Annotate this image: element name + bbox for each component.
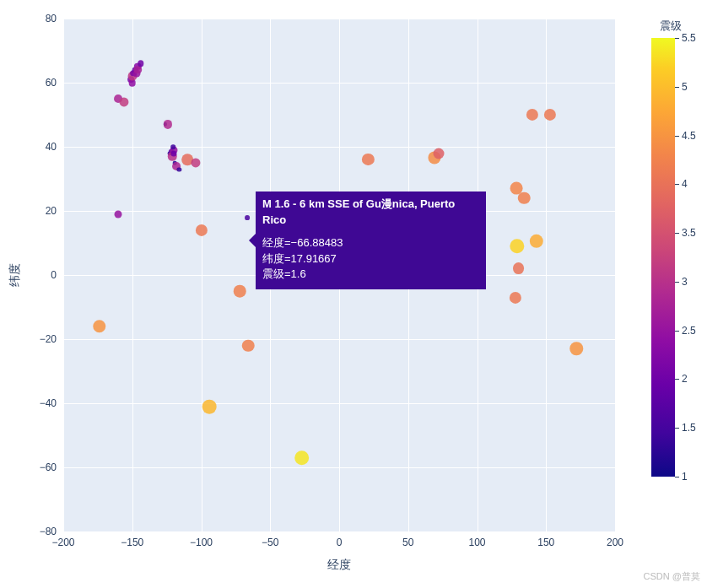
y-tick: 80 — [46, 13, 57, 24]
data-point[interactable] — [544, 109, 556, 121]
tooltip-arrow-icon — [249, 234, 256, 247]
y-tick: 60 — [46, 77, 57, 89]
x-tick: 50 — [402, 537, 413, 548]
data-point[interactable] — [510, 291, 521, 303]
x-axis-label: 经度 — [63, 558, 615, 573]
data-point[interactable] — [138, 60, 143, 66]
tooltip-title: M 1.6 - 6 km SSE of Gu漫nica, Puerto Rico — [262, 197, 479, 229]
x-tick: 150 — [537, 537, 554, 548]
y-tick: −40 — [40, 397, 57, 409]
data-point[interactable] — [234, 285, 246, 298]
y-axis-label: 纬度 — [7, 19, 24, 531]
x-tick: −50 — [262, 537, 278, 548]
colorbar[interactable] — [651, 38, 675, 477]
data-point[interactable] — [433, 148, 444, 159]
data-point[interactable] — [530, 235, 543, 248]
gridline-horizontal — [63, 531, 615, 532]
colorbar-tick: 2 — [682, 373, 707, 385]
colorbar-title: 震级 — [660, 19, 682, 34]
data-point[interactable] — [510, 239, 524, 253]
colorbar-tick: 3.5 — [682, 227, 707, 239]
data-point[interactable] — [191, 158, 200, 167]
data-point[interactable] — [195, 224, 207, 236]
y-tick: 0 — [51, 269, 57, 281]
data-point[interactable] — [119, 97, 128, 106]
tooltip-lon: 经度=−66.88483 — [262, 235, 479, 251]
colorbar-tick: 2.5 — [682, 325, 707, 337]
data-point[interactable] — [115, 210, 122, 218]
gridline-horizontal — [63, 83, 615, 84]
data-point[interactable] — [170, 144, 175, 149]
colorbar-tick: 5.5 — [682, 32, 707, 44]
gridline-horizontal — [63, 403, 615, 404]
colorbar-tick: 3 — [682, 276, 707, 288]
colorbar-tick: 5 — [682, 81, 707, 93]
data-point[interactable] — [133, 66, 142, 74]
gridline-horizontal — [63, 19, 615, 19]
tooltip-mag: 震级=1.6 — [262, 267, 479, 283]
data-point[interactable] — [177, 167, 181, 171]
data-point[interactable] — [202, 399, 217, 413]
x-tick: −100 — [190, 537, 213, 548]
data-point[interactable] — [294, 450, 310, 466]
data-point[interactable] — [526, 109, 538, 121]
gridline-vertical — [615, 19, 616, 531]
x-tick: −200 — [51, 537, 74, 548]
y-tick: 40 — [46, 141, 57, 153]
hover-tooltip: M 1.6 - 6 km SSE of Gu漫nica, Puerto Rico… — [256, 192, 486, 289]
data-point[interactable] — [362, 154, 374, 165]
x-tick: 200 — [607, 537, 623, 548]
gridline-horizontal — [63, 147, 615, 148]
data-point[interactable] — [569, 343, 582, 355]
colorbar-tick: 1 — [682, 471, 707, 483]
y-tick: −80 — [40, 526, 57, 537]
y-tick: 20 — [46, 205, 57, 217]
data-point[interactable] — [242, 339, 255, 352]
y-tick: −20 — [40, 333, 57, 345]
colorbar-tick: 1.5 — [682, 422, 707, 434]
tooltip-lat: 纬度=17.91667 — [262, 251, 479, 267]
colorbar-tick: 4.5 — [682, 130, 707, 142]
data-point[interactable] — [518, 192, 531, 205]
gridline-horizontal — [63, 467, 615, 468]
y-tick: −60 — [40, 461, 57, 473]
gridline-horizontal — [63, 339, 615, 340]
scatter-chart: 经度 纬度 M 1.6 - 6 km SSE of Gu漫nica, Puert… — [0, 0, 707, 588]
data-point[interactable] — [164, 120, 172, 128]
watermark: CSDN @普莫 — [644, 570, 700, 583]
data-point[interactable] — [93, 320, 105, 332]
x-tick: 0 — [337, 537, 343, 548]
x-tick: 100 — [468, 537, 485, 548]
x-tick: −150 — [121, 537, 143, 548]
data-point[interactable] — [513, 262, 525, 274]
data-point[interactable] — [245, 215, 250, 220]
colorbar-tick: 4 — [682, 178, 707, 190]
